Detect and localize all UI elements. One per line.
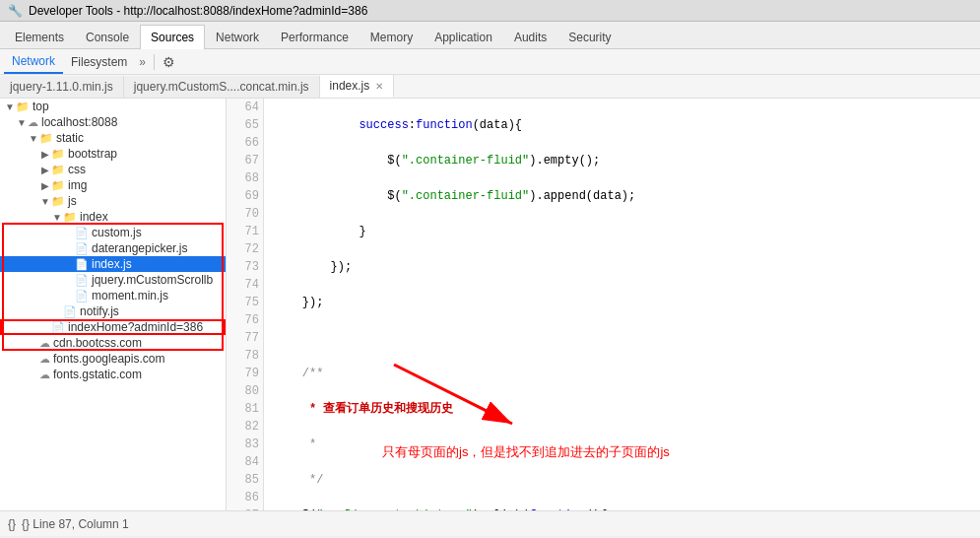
divider [154, 54, 155, 70]
tree-label-customjs: custom.js [92, 226, 142, 239]
tab-console[interactable]: Console [75, 25, 140, 49]
tree-item-index-folder[interactable]: ▼ 📁 index [0, 209, 226, 225]
file-icon-jquerycustom: 📄 [75, 274, 89, 287]
cloud-icon-localhost: ☁ [28, 116, 38, 129]
folder-icon-top: 📁 [16, 101, 30, 113]
file-tab-jquery-custom-label: jquery.mCustomS....concat.min.js [134, 80, 309, 94]
code-line-69: }); [274, 294, 980, 311]
tree-item-googleapis[interactable]: ☁ fonts.googleapis.com [0, 351, 226, 367]
tree-item-daterangepickerjs[interactable]: 📄 daterangepicker.js [0, 240, 226, 256]
tree-item-js[interactable]: ▼ 📁 js [0, 193, 226, 209]
tree-label-indexjs: index.js [92, 257, 132, 271]
tree-label-js: js [68, 194, 77, 208]
tree-label-momentjs: moment.min.js [92, 289, 168, 303]
file-tree: ▼ 📁 top ▼ ☁ localhost:8088 ▼ 📁 static ▶ … [0, 99, 227, 510]
code-editor: 6465666768 6970717273 7475767778 7980818… [227, 99, 980, 510]
subtab-more-icon[interactable]: » [135, 55, 150, 69]
folder-icon-img: 📁 [51, 179, 65, 192]
tree-item-css[interactable]: ▶ 📁 css [0, 162, 226, 177]
tree-item-static[interactable]: ▼ 📁 static [0, 130, 226, 146]
file-icon-indexjs: 📄 [75, 258, 89, 271]
tab-performance[interactable]: Performance [270, 25, 359, 49]
tree-item-momentjs[interactable]: 📄 moment.min.js [0, 288, 226, 303]
tree-label-localhost: localhost:8088 [41, 115, 117, 129]
status-text: {} Line 87, Column 1 [22, 517, 129, 531]
code-line-71: /** [274, 365, 980, 382]
tab-network[interactable]: Network [205, 25, 270, 49]
subtab-network[interactable]: Network [4, 50, 63, 74]
folder-icon-js: 📁 [51, 195, 65, 208]
settings-icon[interactable]: ⚙ [159, 54, 179, 70]
tab-security[interactable]: Security [557, 25, 621, 49]
tree-label-img: img [68, 178, 87, 192]
tree-label-daterangepickerjs: daterangepicker.js [92, 241, 187, 255]
tab-elements[interactable]: Elements [4, 25, 75, 49]
file-tab-index-close[interactable]: ✕ [375, 81, 383, 92]
tree-label-bootstrap: bootstrap [68, 147, 117, 161]
code-line-70 [274, 329, 980, 347]
file-tab-index[interactable]: index.js ✕ [320, 75, 395, 98]
code-line-75: $(".esDiscount,.history").click(function… [274, 506, 980, 510]
tree-label-indexhome: indexHome?adminId=386 [68, 320, 203, 334]
tree-label-css: css [68, 163, 86, 176]
cloud-icon-gstatic: ☁ [39, 369, 50, 381]
tree-item-img[interactable]: ▶ 📁 img [0, 177, 226, 193]
tree-label-jquerycustom: jquery.mCustomScrollb [92, 273, 213, 287]
code-line-66: $(".container-fluid").append(data); [274, 187, 980, 205]
tree-item-indexhome[interactable]: 📄 indexHome?adminId=386 [0, 319, 226, 335]
tree-item-cdnbootcss[interactable]: ☁ cdn.bootcss.com [0, 335, 226, 351]
code-content: success:function(data){ $(".container-fl… [264, 99, 980, 510]
tree-item-gstatic[interactable]: ☁ fonts.gstatic.com [0, 367, 226, 382]
tree-label-static: static [56, 131, 84, 145]
tree-item-jquerycustom[interactable]: 📄 jquery.mCustomScrollb [0, 272, 226, 288]
subtab-filesystem[interactable]: Filesystem [63, 51, 135, 73]
tree-label-cdnbootcss: cdn.bootcss.com [53, 336, 142, 350]
tab-sources[interactable]: Sources [140, 25, 205, 49]
file-icon-daterangepickerjs: 📄 [75, 242, 89, 255]
code-area[interactable]: 6465666768 6970717273 7475767778 7980818… [227, 99, 980, 510]
tree-item-bootstrap[interactable]: ▶ 📁 bootstrap [0, 146, 226, 162]
tree-item-indexjs[interactable]: 📄 index.js [0, 256, 226, 272]
tree-label-notifyjs: notify.js [80, 304, 119, 318]
tree-arrow-css: ▶ [39, 165, 51, 175]
code-line-64: success:function(data){ [274, 116, 980, 134]
tree-item-notifyjs[interactable]: 📄 notify.js [0, 303, 226, 319]
cloud-icon-googleapis: ☁ [39, 353, 50, 366]
window-title: Developer Tools - http://localhost:8088/… [29, 4, 367, 18]
tree-label-index-folder: index [80, 210, 108, 224]
sub-tab-bar: Network Filesystem » ⚙ [0, 49, 980, 75]
cloud-icon-cdnbootcss: ☁ [39, 337, 50, 350]
tree-arrow-index-folder: ▼ [51, 212, 63, 223]
tree-arrow-localhost: ▼ [16, 117, 28, 128]
tab-memory[interactable]: Memory [359, 25, 424, 49]
tree-arrow-bootstrap: ▶ [39, 149, 51, 160]
file-tab-jquery-custom[interactable]: jquery.mCustomS....concat.min.js [124, 76, 320, 98]
folder-icon-bootstrap: 📁 [51, 148, 65, 161]
folder-icon-index: 📁 [63, 211, 77, 224]
tab-audits[interactable]: Audits [503, 25, 557, 49]
code-line-65: $(".container-fluid").empty(); [274, 152, 980, 169]
sidebar-wrapper: ▼ 📁 top ▼ ☁ localhost:8088 ▼ 📁 static ▶ … [0, 99, 227, 510]
tree-arrow-js: ▼ [39, 196, 51, 207]
folder-icon-css: 📁 [51, 164, 65, 176]
file-icon-momentjs: 📄 [75, 290, 89, 303]
file-icon-customjs: 📄 [75, 227, 89, 239]
tab-application[interactable]: Application [424, 25, 503, 49]
devtools-icon: 🔧 [8, 4, 23, 18]
file-icon-notifyjs: 📄 [63, 305, 77, 318]
status-bar: {} {} Line 87, Column 1 [0, 510, 980, 536]
file-tab-jquery-label: jquery-1.11.0.min.js [10, 80, 113, 94]
file-tab-jquery[interactable]: jquery-1.11.0.min.js [0, 76, 124, 98]
code-line-68: }); [274, 258, 980, 276]
file-icon-indexhome: 📄 [51, 321, 65, 334]
file-tabs: jquery-1.11.0.min.js jquery.mCustomS....… [0, 75, 980, 99]
tree-label-top: top [33, 100, 49, 113]
tree-item-customjs[interactable]: 📄 custom.js [0, 225, 226, 240]
file-tab-index-label: index.js [330, 79, 370, 93]
code-line-67: } [274, 223, 980, 240]
tree-item-localhost[interactable]: ▼ ☁ localhost:8088 [0, 114, 226, 130]
tree-arrow-top: ▼ [4, 101, 16, 112]
status-brackets-icon: {} [8, 517, 16, 531]
tree-item-top[interactable]: ▼ 📁 top [0, 99, 226, 114]
annotation-note: 只有母页面的js，但是找不到追加进去的子页面的js [382, 443, 670, 461]
